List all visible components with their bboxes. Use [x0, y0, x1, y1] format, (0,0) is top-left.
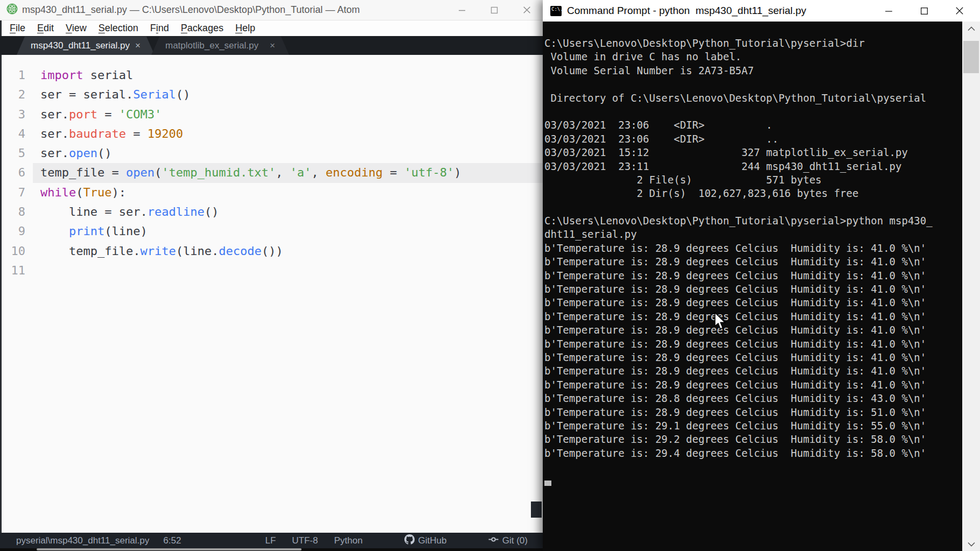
console-maximize-button[interactable]	[906, 0, 942, 22]
code-line-7[interactable]: 7while(True):	[2, 183, 543, 202]
console-line: b'Temperature is: 28.8 degrees Celcius H…	[544, 392, 962, 405]
console-window-title: Command Prompt - python msp430_dht11_ser…	[567, 5, 806, 17]
console-line: b'Temperature is: 28.9 degrees Celcius H…	[544, 364, 962, 378]
line-number: 11	[2, 261, 25, 280]
console-line: C:\Users\Lenovo\Desktop\Python_Tutorial\…	[544, 214, 962, 228]
menu-item-help[interactable]: Help	[229, 23, 261, 34]
console-line	[544, 77, 962, 91]
console-line	[544, 105, 962, 118]
code-line-1[interactable]: 1import serial	[2, 66, 543, 85]
console-line: Volume Serial Number is 2A73-B5A7	[544, 64, 962, 77]
code-text	[40, 261, 543, 280]
atom-window-title: msp430_dht11_serial.py — C:\Users\Lenovo…	[22, 4, 360, 16]
console-line: b'Temperature is: 28.9 degrees Celcius H…	[544, 351, 962, 364]
atom-titlebar: msp430_dht11_serial.py — C:\Users\Lenovo…	[0, 0, 543, 20]
console-line	[544, 201, 962, 214]
taskbar-segment[interactable]	[37, 548, 302, 550]
tab-label: matplotlib_ex_serial.py	[165, 40, 264, 51]
console-line: Directory of C:\Users\Lenovo\Desktop\Pyt…	[544, 91, 962, 105]
line-number: 8	[2, 202, 25, 222]
menu-item-file[interactable]: File	[4, 23, 31, 34]
code-text: line = ser.readline()	[40, 202, 543, 222]
code-line-8[interactable]: 8 line = ser.readline()	[2, 202, 543, 222]
command-prompt-icon: C:\.	[550, 6, 562, 16]
command-prompt-window: C:\. Command Prompt - python msp430_dht1…	[543, 0, 980, 551]
statusbar-grammar[interactable]: Python	[334, 535, 362, 546]
menu-item-find[interactable]: Find	[144, 23, 175, 34]
console-line: 03/03/2021 23:06 <DIR> .	[544, 118, 962, 132]
code-line-10[interactable]: 10 temp_file.write(line.decode())	[2, 242, 543, 261]
console-line: b'Temperature is: 28.9 degrees Celcius H…	[544, 310, 962, 323]
console-line: b'Temperature is: 28.9 degrees Celcius H…	[544, 269, 962, 282]
atom-logo-icon	[6, 3, 18, 17]
code-line-3[interactable]: 3ser.port = 'COM3'	[2, 105, 543, 124]
console-line: 2 File(s) 571 bytes	[544, 173, 962, 187]
tab-close-icon[interactable]: ×	[270, 40, 275, 51]
tab-msp430_dht11_serial.py[interactable]: msp430_dht11_serial.py×	[17, 37, 155, 55]
code-line-11[interactable]: 11	[2, 261, 543, 280]
menu-item-selection[interactable]: Selection	[93, 23, 144, 34]
console-text-cursor	[544, 481, 551, 486]
menu-item-edit[interactable]: Edit	[31, 23, 60, 34]
line-number: 2	[2, 85, 25, 104]
line-number: 1	[2, 66, 25, 85]
console-line: b'Temperature is: 28.9 degrees Celcius H…	[544, 242, 962, 255]
line-number: 6	[2, 163, 25, 182]
code-text: ser = serial.Serial()	[40, 85, 543, 104]
code-line-5[interactable]: 5ser.open()	[2, 144, 543, 163]
code-text: temp_file.write(line.decode())	[40, 242, 543, 261]
console-scrollbar[interactable]	[962, 22, 980, 551]
console-line: b'Temperature is: 28.9 degrees Celcius H…	[544, 406, 962, 419]
tab-close-icon[interactable]: ×	[135, 40, 141, 51]
console-line: b'Temperature is: 29.1 degrees Celcius H…	[544, 419, 962, 433]
atom-menubar: FileEditViewSelectionFindPackagesHelp	[0, 20, 543, 36]
line-number: 10	[2, 242, 25, 261]
statusbar-cursor-position[interactable]: 6:52	[163, 535, 181, 546]
atom-statusbar: pyserial\msp430_dht11_serial.py 6:52 LF …	[0, 533, 543, 548]
console-line: b'Temperature is: 28.9 degrees Celcius H…	[544, 282, 962, 296]
editor-scrollbar-thumb[interactable]	[531, 501, 542, 518]
statusbar-line-ending[interactable]: LF	[265, 535, 276, 546]
console-line: Volume in drive C has no label.	[544, 50, 962, 63]
scrollbar-up-arrow-icon[interactable]	[962, 24, 980, 33]
console-line: b'Temperature is: 28.9 degrees Celcius H…	[544, 296, 962, 309]
console-line: 03/03/2021 23:11 244 msp430_dht11_serial…	[544, 160, 962, 173]
console-close-button[interactable]	[942, 0, 977, 22]
console-scrollbar-thumb[interactable]	[963, 41, 979, 73]
mouse-cursor-icon	[714, 312, 726, 333]
line-number: 3	[2, 105, 25, 124]
menu-item-view[interactable]: View	[60, 23, 93, 34]
statusbar-github-label: GitHub	[418, 535, 447, 546]
menu-item-packages[interactable]: Packages	[175, 23, 229, 34]
console-minimize-button[interactable]	[871, 0, 906, 22]
console-line: b'Temperature is: 29.2 degrees Celcius H…	[544, 433, 962, 446]
code-text: ser.open()	[40, 144, 543, 163]
atom-maximize-button[interactable]	[478, 1, 510, 19]
scrollbar-down-arrow-icon[interactable]	[962, 539, 980, 549]
line-number: 5	[2, 144, 25, 163]
console-line: b'Temperature is: 28.9 degrees Celcius H…	[544, 378, 962, 392]
code-line-9[interactable]: 9 print(line)	[2, 222, 543, 241]
statusbar-file-path[interactable]: pyserial\msp430_dht11_serial.py	[16, 535, 149, 546]
statusbar-encoding[interactable]: UTF-8	[292, 535, 318, 546]
code-text: while(True):	[40, 183, 543, 202]
code-text: ser.baudrate = 19200	[40, 124, 543, 144]
console-line: b'Temperature is: 28.9 degrees Celcius H…	[544, 323, 962, 337]
code-text: ser.port = 'COM3'	[40, 105, 543, 124]
code-line-4[interactable]: 4ser.baudrate = 19200	[2, 124, 543, 144]
code-text: import serial	[40, 66, 543, 85]
atom-close-button[interactable]	[510, 1, 543, 19]
tab-matplotlib_ex_serial.py[interactable]: matplotlib_ex_serial.py×	[151, 37, 289, 55]
atom-window: msp430_dht11_serial.py — C:\Users\Lenovo…	[0, 0, 543, 551]
line-number: 7	[2, 183, 25, 202]
atom-minimize-button[interactable]	[446, 1, 478, 19]
line-number: 4	[2, 124, 25, 144]
code-editor[interactable]: 1import serial2ser = serial.Serial()3ser…	[0, 55, 543, 533]
code-line-6[interactable]: 6temp_file = open('temp_humid.txt', 'a',…	[2, 163, 543, 182]
console-output[interactable]: C:\Users\Lenovo\Desktop\Python_Tutorial\…	[543, 22, 962, 551]
taskbar-strip	[0, 548, 543, 551]
code-line-2[interactable]: 2ser = serial.Serial()	[2, 85, 543, 104]
console-line: b'Temperature is: 28.9 degrees Celcius H…	[544, 255, 962, 269]
console-line: b'Temperature is: 28.9 degrees Celcius H…	[544, 337, 962, 351]
tab-label: msp430_dht11_serial.py	[31, 40, 130, 51]
